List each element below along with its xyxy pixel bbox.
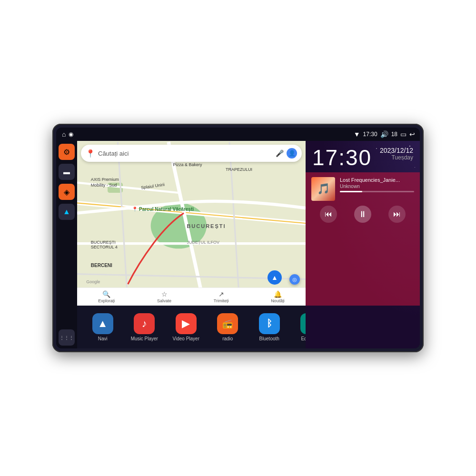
navigate-icon: ▲: [271, 274, 278, 281]
bell-icon: 🔔: [274, 290, 282, 298]
saved-button[interactable]: ☆ Salvate: [157, 290, 171, 303]
updates-label: Noutăți: [271, 298, 285, 303]
search-placeholder-text: Căutați aici: [98, 150, 273, 157]
music-player: 🎵 Lost Frequencies_Janie... Unknown: [306, 172, 420, 306]
music-app-icon: ♪: [134, 313, 155, 334]
pause-icon: ⏸: [358, 209, 367, 219]
play-pause-button[interactable]: ⏸: [354, 206, 371, 223]
right-panel: 17:30 2023/12/12 Tuesday: [306, 141, 420, 306]
explore-icon: 🔍: [102, 290, 110, 298]
sidebar-folder-button[interactable]: ▬: [59, 164, 75, 180]
settings-app-label: Settings: [344, 336, 361, 341]
share-icon: ↗: [218, 290, 224, 298]
music-artist: Unknown: [340, 184, 414, 189]
next-button[interactable]: ⏭: [388, 206, 406, 223]
music-progress-fill: [340, 191, 362, 192]
profile-avatar: 👤: [287, 148, 297, 159]
target-icon: ◎: [292, 277, 297, 283]
bluetooth-symbol: ᛒ: [267, 318, 272, 329]
status-time: 17:30: [363, 131, 377, 138]
volume-icon: 🔊: [380, 130, 388, 138]
app-equalizer[interactable]: 📊 Equalizer: [297, 313, 325, 341]
navi-app-icon: ▲: [92, 313, 113, 334]
next-icon: ⏭: [393, 210, 401, 218]
settings-icon: ⚙: [63, 148, 70, 157]
settings-symbol: ⚙: [348, 317, 357, 330]
microphone-icon[interactable]: 🎤: [276, 149, 284, 157]
sidebar-settings-button[interactable]: ⚙: [59, 144, 75, 160]
music-info: Lost Frequencies_Janie... Unknown: [340, 177, 414, 192]
navi-icon: ▲: [63, 208, 70, 216]
explore-button[interactable]: 🔍 Explorați: [98, 290, 115, 303]
folder-icon: ▬: [63, 168, 70, 176]
add-app-label: add: [390, 336, 398, 341]
battery-number: 18: [391, 131, 397, 138]
explore-label: Explorați: [98, 298, 115, 303]
upper-panels: 📍 Căutați aici 🎤 👤 AXIS PremiumMobility …: [77, 141, 420, 306]
device-screen: ⌂ ◉ ▼ 17:30 🔊 18 ▭ ↩ ⚙ ▬: [56, 128, 420, 348]
sidebar: ⚙ ▬ ◈ ▲ ⋮⋮⋮: [56, 141, 77, 348]
battery-icon: ▭: [400, 130, 407, 138]
sidebar-apps-button[interactable]: ⋮⋮⋮: [59, 329, 75, 346]
equalizer-app-label: Equalizer: [301, 336, 321, 341]
back-icon[interactable]: ↩: [409, 130, 415, 138]
app-grid: ▲ Navi ♪ Music Player ▶ Vid: [77, 306, 420, 348]
google-maps-icon: 📍: [86, 149, 95, 158]
map-search-bar[interactable]: 📍 Căutați aici 🎤 👤: [81, 145, 302, 162]
navi-symbol: ▲: [98, 317, 108, 330]
clock-date: 2023/12/12: [380, 147, 413, 154]
add-symbol: +: [391, 317, 397, 330]
home-icon[interactable]: ⌂: [62, 130, 66, 138]
app-radio[interactable]: 📻 radio: [213, 313, 242, 341]
clock-section: 17:30 2023/12/12 Tuesday: [306, 141, 420, 172]
location-pin[interactable]: ◎: [289, 274, 300, 285]
main-content: ⚙ ▬ ◈ ▲ ⋮⋮⋮: [56, 141, 420, 348]
video-symbol: ▶: [182, 317, 190, 330]
sidebar-map-button[interactable]: ◈: [59, 184, 75, 200]
app-navi[interactable]: ▲ Navi: [89, 313, 117, 341]
radio-app-label: radio: [222, 336, 233, 341]
app-add[interactable]: + add: [380, 313, 408, 341]
equalizer-app-icon: 📊: [300, 313, 321, 334]
app-video-player[interactable]: ▶ Video Player: [172, 313, 200, 341]
radio-app-icon: 📻: [217, 313, 238, 334]
apps-grid-icon: ⋮⋮⋮: [60, 335, 74, 340]
share-label: Trimiteți: [214, 298, 229, 303]
album-art: 🎵: [311, 177, 335, 201]
navi-app-label: Navi: [98, 336, 108, 341]
clock-day: Tuesday: [380, 154, 413, 161]
profile-icon: 👤: [288, 150, 296, 157]
status-right: ▼ 17:30 🔊 18 ▭ ↩: [354, 130, 415, 138]
app-settings[interactable]: ⚙ Settings: [338, 313, 367, 341]
clock-display: 17:30: [312, 147, 372, 169]
updates-button[interactable]: 🔔 Noutăți: [271, 290, 285, 303]
radio-symbol: 📻: [222, 318, 233, 329]
music-top: 🎵 Lost Frequencies_Janie... Unknown: [311, 177, 414, 201]
map-bottom-bar: 🔍 Explorați ☆ Salvate ↗ Trimiteți: [77, 288, 306, 306]
map-status-icon[interactable]: ◉: [69, 131, 73, 138]
bluetooth-app-label: Bluetooth: [259, 336, 279, 341]
navigate-button[interactable]: ▲: [268, 270, 282, 285]
equalizer-symbol: 📊: [307, 320, 315, 327]
app-music-player[interactable]: ♪ Music Player: [130, 313, 159, 341]
app-bluetooth[interactable]: ᛒ Bluetooth: [255, 313, 284, 341]
saved-label: Salvate: [157, 298, 171, 303]
settings-app-icon: ⚙: [342, 313, 363, 334]
prev-icon: ⏮: [325, 210, 332, 218]
saved-icon: ☆: [161, 290, 168, 298]
add-app-icon: +: [384, 313, 405, 334]
sidebar-navi-button[interactable]: ▲: [59, 204, 75, 220]
clock-date-section: 2023/12/12 Tuesday: [380, 147, 413, 161]
bluetooth-app-icon: ᛒ: [259, 313, 280, 334]
music-symbol: ♪: [142, 317, 147, 330]
status-left: ⌂ ◉: [62, 130, 73, 138]
video-app-icon: ▶: [176, 313, 197, 334]
share-button[interactable]: ↗ Trimiteți: [214, 290, 229, 303]
music-controls: ⏮ ⏸ ⏭: [311, 204, 414, 225]
map-pin-icon: ◈: [64, 188, 69, 197]
prev-button[interactable]: ⏮: [320, 206, 337, 223]
video-app-label: Video Player: [172, 336, 199, 341]
music-title: Lost Frequencies_Janie...: [340, 177, 414, 183]
music-progress-bar: [340, 191, 414, 192]
wifi-icon: ▼: [354, 130, 360, 138]
